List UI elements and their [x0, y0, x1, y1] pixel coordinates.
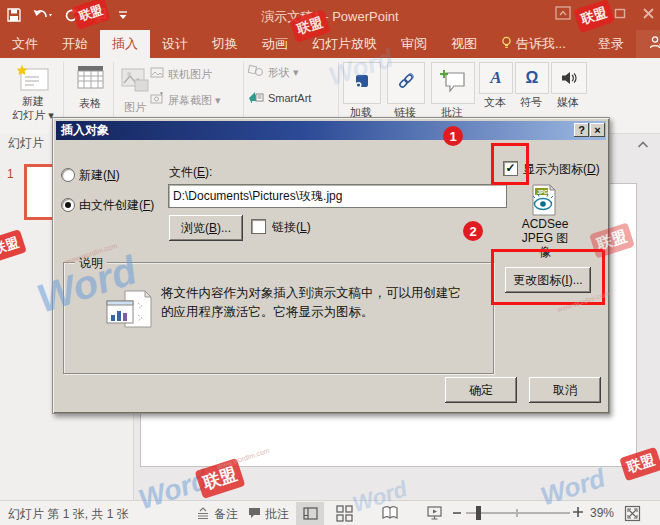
symbols-button[interactable]: Ω 符号 [515, 62, 547, 122]
radio-create-from-file-label: 由文件创建(F) [79, 197, 154, 214]
slide-thumbnail-number: 1 [7, 167, 14, 181]
addins-store-icon [353, 72, 371, 94]
reading-view-button[interactable] [381, 505, 399, 524]
result-groupbox-label: 说明 [75, 255, 107, 272]
tab-slideshow[interactable]: 幻灯片放映 [300, 30, 389, 58]
minimize-icon[interactable] [585, 6, 599, 24]
slide-counter: 幻灯片 第 1 张, 共 1 张 [8, 506, 129, 523]
radio-create-new[interactable] [61, 168, 75, 182]
slideshow-view-button[interactable] [426, 505, 443, 524]
normal-view-button[interactable] [296, 502, 324, 525]
ok-button[interactable]: 确定 [445, 377, 517, 403]
slides-panel-header[interactable]: 幻灯片 [8, 135, 44, 152]
link-checkbox[interactable] [251, 219, 266, 234]
tab-sign-in[interactable]: 登录 [586, 30, 636, 58]
text-a-icon: A [479, 62, 513, 94]
tab-home[interactable]: 开始 [50, 30, 100, 58]
smartart-icon [248, 89, 264, 107]
dialog-help-button[interactable]: ? [574, 123, 589, 137]
embed-object-icon [105, 289, 153, 336]
cancel-button[interactable]: 取消 [529, 377, 601, 403]
collapse-ribbon-icon[interactable] [636, 136, 650, 154]
file-path-input[interactable]: D:\Documents\Pictures\玫瑰.jpg [168, 184, 507, 208]
browse-button[interactable]: 浏览(B)... [169, 215, 243, 241]
zoom-percentage[interactable]: 39% [590, 506, 614, 520]
zoom-slider-center-mark [516, 509, 518, 517]
smartart-button[interactable]: SmartArt [248, 90, 338, 106]
link-checkbox-label: 链接(L) [272, 219, 311, 236]
zoom-slider-thumb[interactable] [476, 506, 481, 520]
text-box-button[interactable]: A 文本 [479, 62, 511, 122]
ribbon-display-options-icon[interactable] [555, 6, 571, 24]
status-bar: 幻灯片 第 1 张, 共 1 张 备注 批注 [0, 500, 660, 525]
zoom-out-icon[interactable] [452, 507, 462, 522]
online-pictures-icon [150, 65, 164, 83]
zoom-in-icon[interactable] [572, 505, 584, 522]
tab-design[interactable]: 设计 [150, 30, 200, 58]
lightbulb-icon [501, 36, 512, 52]
tab-share[interactable]: 共享 [636, 30, 660, 58]
powerpoint-window: 演示文稿1 - PowerPoint 文件 开始 插入 设计 切换 动画 幻灯片… [0, 0, 660, 525]
slide-sorter-view-button[interactable] [336, 505, 353, 525]
screenshot-button[interactable]: 屏幕截图 ▾ [150, 92, 240, 108]
comment-bubble-icon [248, 507, 261, 522]
file-label: 文件(E): [169, 164, 212, 181]
tab-transitions[interactable]: 切换 [200, 30, 250, 58]
tab-insert[interactable]: 插入 [100, 30, 150, 58]
table-icon [77, 64, 104, 94]
omega-icon: Ω [515, 62, 549, 94]
dialog-title-bar[interactable]: 插入对象 [56, 121, 606, 140]
radio-create-new-label: 新建(N) [79, 167, 120, 184]
picture-icon [121, 68, 149, 96]
fit-slide-to-window-icon[interactable] [624, 505, 641, 525]
notes-icon [196, 507, 210, 522]
tab-review[interactable]: 审阅 [389, 30, 439, 58]
svg-text:JPG: JPG [537, 189, 548, 195]
link-chain-icon [397, 72, 415, 94]
screenshot-icon [150, 91, 164, 109]
ribbon-tab-row: 文件 开始 插入 设计 切换 动画 幻灯片放映 审阅 视图 告诉我... 登录 … [0, 30, 660, 58]
share-person-icon [648, 35, 660, 53]
speaker-icon [551, 62, 587, 94]
dialog-close-button[interactable]: × [590, 123, 605, 137]
tab-file[interactable]: 文件 [0, 30, 50, 58]
comments-status-button[interactable]: 批注 [248, 506, 289, 523]
shapes-icon [248, 63, 264, 81]
new-slide-icon [14, 64, 50, 98]
step-1-badge: 1 [443, 126, 463, 146]
tab-view[interactable]: 视图 [439, 30, 489, 58]
restore-icon[interactable] [613, 6, 627, 24]
dialog-title: 插入对象 [61, 122, 109, 139]
step-2-badge: 2 [463, 221, 483, 241]
acdsee-jpeg-file-icon: JPG [530, 184, 558, 219]
result-description: 将文件内容作为对象插入到演示文稿中，可以用创建它的应用程序激活它。它将显示为图标… [161, 284, 461, 322]
zoom-slider-track[interactable] [466, 512, 570, 514]
notes-button[interactable]: 备注 [196, 506, 238, 523]
radio-create-from-file[interactable] [61, 198, 75, 212]
display-as-icon-label: 显示为图标(D) [523, 161, 600, 178]
tab-tell-me[interactable]: 告诉我... [489, 30, 578, 58]
tab-animations[interactable]: 动画 [250, 30, 300, 58]
step-1-highlight-box [491, 143, 529, 185]
close-icon[interactable] [641, 6, 656, 25]
online-pictures-button[interactable]: 联机图片 [150, 66, 240, 82]
step-2-highlight-box [491, 249, 605, 305]
media-button[interactable]: 媒体 [551, 62, 585, 122]
shapes-button[interactable]: 形状 ▾ [248, 64, 328, 80]
new-comment-icon [440, 69, 466, 97]
window-controls [555, 6, 656, 24]
